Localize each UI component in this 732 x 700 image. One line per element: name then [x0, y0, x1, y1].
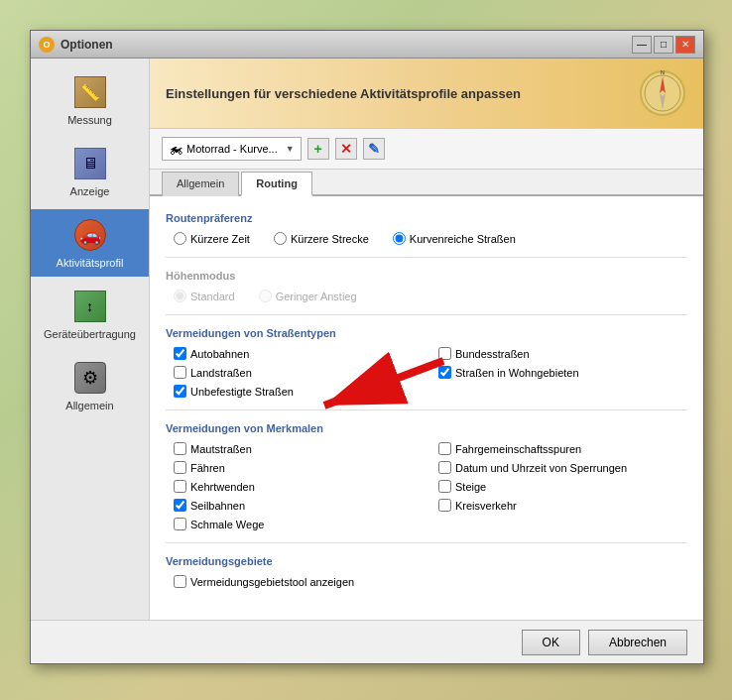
profile-row: 🏍 Motorrad - Kurve... ▼ + ✕ ✎	[150, 129, 703, 170]
vermeidungsgebiete-area: Vermeidungsgebietstool anzeigen	[166, 575, 687, 588]
cb-bundesstrassen[interactable]: Bundesstraßen	[438, 347, 687, 360]
divider-1	[166, 257, 687, 258]
allgemein-icon: ⚙	[72, 360, 108, 396]
cb-faehren[interactable]: Fähren	[174, 461, 423, 474]
radio-kurvenreiche[interactable]: Kurvenreiche Straßen	[393, 232, 516, 245]
aktivitaetsprofil-icon: 🚗	[72, 217, 108, 253]
sidebar-item-allgemein[interactable]: ⚙ Allgemein	[31, 352, 149, 419]
header-banner-text: Einstellungen für verschiedene Aktivität…	[166, 86, 521, 101]
divider-4	[166, 542, 687, 543]
section-routenpraeferenz: Routenpräferenz	[166, 212, 687, 224]
geraeteubertragung-icon: ↕	[72, 289, 108, 324]
dropdown-arrow-icon: ▼	[286, 144, 295, 154]
title-controls: — □ ✕	[632, 36, 695, 54]
sidebar-label-messung: Messung	[67, 114, 112, 126]
profile-dropdown[interactable]: 🏍 Motorrad - Kurve... ▼	[162, 137, 302, 161]
divider-2	[166, 314, 687, 315]
cb-kreisverkehr[interactable]: Kreisverkehr	[438, 499, 687, 512]
cb-landstrassen[interactable]: Landstraßen	[174, 366, 423, 379]
add-profile-button[interactable]: +	[307, 138, 329, 160]
section-hoehenmodus: Höhenmodus Standard Geringer Anstieg	[166, 270, 687, 302]
sidebar-item-anzeige[interactable]: 🖥 Anzeige	[31, 138, 149, 205]
main-content: Einstellungen für verschiedene Aktivität…	[150, 58, 703, 620]
section-title-hoehenmodus: Höhenmodus	[166, 270, 687, 282]
cb-vermeidungsgebietstool[interactable]: Vermeidungsgebietstool anzeigen	[174, 575, 687, 588]
dialog-body: 📏 Messung 🖥 Anzeige 🚗 Aktivitätsprofil ↕	[31, 58, 703, 620]
cb-unbefestigte-strassen[interactable]: Unbefestigte Straßen	[174, 385, 423, 398]
sidebar-label-geraeteubertragung: Geräteübertragung	[44, 328, 136, 340]
cb-mautstrassen[interactable]: Mautstraßen	[174, 442, 423, 455]
checkbox-grid-strassentypen: Autobahnen Bundesstraßen Landstraßen Str…	[166, 347, 687, 398]
minimize-button[interactable]: —	[632, 36, 652, 54]
radio-kuerzere-zeit[interactable]: Kürzere Zeit	[174, 232, 250, 245]
sidebar-item-aktivitaetsprofil[interactable]: 🚗 Aktivitätsprofil	[31, 209, 149, 277]
section-vermeidungen-merkmalen: Vermeidungen von Merkmalen	[166, 422, 687, 434]
radio-group-routenpraeferenz: Kürzere Zeit Kürzere Strecke Kurvenreich…	[166, 232, 687, 245]
profile-moto-icon: 🏍	[169, 141, 183, 157]
cb-strassen-wohngebieten[interactable]: Straßen in Wohngebieten	[438, 366, 687, 379]
title-bar-left: O Optionen	[39, 37, 113, 53]
messung-icon: 📏	[72, 74, 108, 110]
compass-icon: N	[638, 68, 687, 118]
radio-geringer-anstieg[interactable]: Geringer Anstieg	[259, 290, 357, 302]
cb-kehrtwenden[interactable]: Kehrtwenden	[174, 480, 423, 493]
dialog-footer: OK Abbrechen	[31, 620, 703, 663]
edit-profile-button[interactable]: ✎	[363, 138, 385, 160]
routing-content[interactable]: Routenpräferenz Kürzere Zeit Kürzere Str…	[150, 196, 703, 620]
sidebar-item-geraeteubertragung[interactable]: ↕ Geräteübertragung	[31, 281, 149, 348]
svg-text:N: N	[661, 69, 665, 75]
window-title: Optionen	[61, 38, 113, 52]
cb-schmale-wege[interactable]: Schmale Wege	[174, 518, 423, 530]
window-icon: O	[39, 37, 55, 53]
cb-seilbahnen[interactable]: Seilbahnen	[174, 499, 423, 512]
sidebar-label-aktivitaetsprofil: Aktivitätsprofil	[57, 257, 124, 269]
sidebar-label-anzeige: Anzeige	[70, 185, 110, 197]
radio-kuerzere-strecke[interactable]: Kürzere Strecke	[274, 232, 369, 245]
cb-fahrgemeinschaftsspuren[interactable]: Fahrgemeinschaftsspuren	[438, 442, 687, 455]
section-vermeidungen-strassentypen: Vermeidungen von Straßentypen	[166, 327, 687, 339]
sidebar-item-messung[interactable]: 📏 Messung	[31, 66, 149, 134]
tab-allgemein[interactable]: Allgemein	[162, 172, 239, 196]
cb-datum-uhrzeit[interactable]: Datum und Uhrzeit von Sperrungen	[438, 461, 687, 474]
header-banner: Einstellungen für verschiedene Aktivität…	[150, 58, 703, 129]
radio-group-hoehenmodus: Standard Geringer Anstieg	[166, 290, 687, 302]
cb-steige[interactable]: Steige	[438, 480, 687, 493]
tabs-row: Allgemein Routing	[150, 170, 703, 196]
close-button[interactable]: ✕	[675, 36, 695, 54]
cancel-button[interactable]: Abbrechen	[588, 630, 687, 655]
section-vermeidungsgebiete: Vermeidungsgebiete	[166, 555, 687, 567]
delete-profile-button[interactable]: ✕	[335, 138, 357, 160]
anzeige-icon: 🖥	[72, 146, 108, 181]
divider-3	[166, 409, 687, 410]
maximize-button[interactable]: □	[654, 36, 673, 54]
checkbox-grid-merkmalen: Mautstraßen Fahrgemeinschaftsspuren Fähr…	[166, 442, 687, 530]
sidebar-label-allgemein: Allgemein	[65, 400, 113, 411]
title-bar: O Optionen — □ ✕	[31, 31, 703, 58]
sidebar: 📏 Messung 🖥 Anzeige 🚗 Aktivitätsprofil ↕	[31, 58, 150, 620]
ok-button[interactable]: OK	[522, 630, 580, 655]
dialog-window: O Optionen — □ ✕ 📏 Messung 🖥 Anzeige	[30, 30, 704, 664]
radio-standard[interactable]: Standard	[174, 290, 235, 302]
profile-name: Motorrad - Kurve...	[186, 143, 278, 155]
cb-autobahnen[interactable]: Autobahnen	[174, 347, 423, 360]
tab-routing[interactable]: Routing	[241, 172, 312, 196]
